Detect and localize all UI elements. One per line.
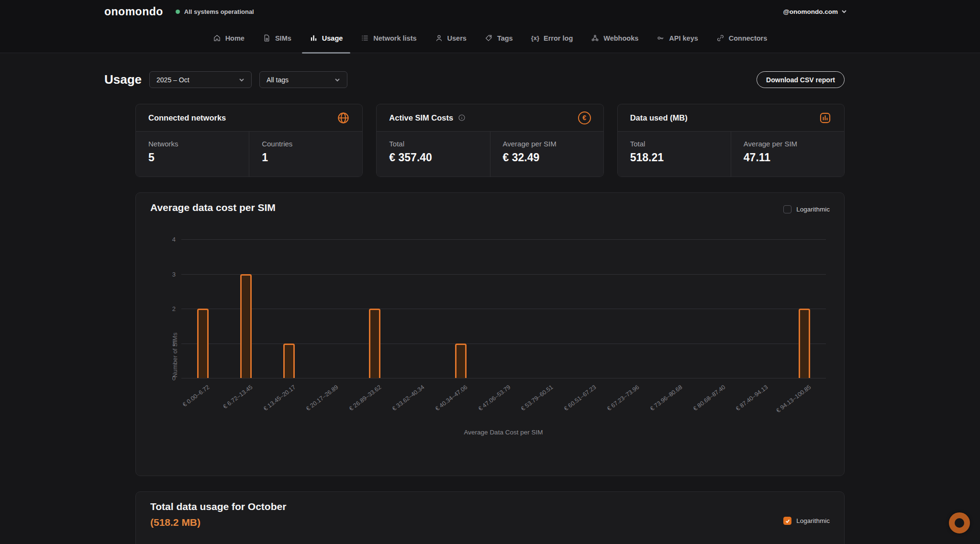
x-tick-label: € 67.23–73.96	[606, 384, 640, 412]
card-body: Networks 5 Countries 1	[136, 132, 362, 177]
bar-€ 40.34–47.06	[455, 344, 467, 378]
stat-label: Total	[389, 140, 477, 148]
account-menu[interactable]: @onomondo.com	[783, 8, 847, 15]
tag-icon	[485, 34, 493, 42]
chart-title: Average data cost per SIM	[150, 202, 276, 213]
y-tick-label: 3	[158, 270, 176, 278]
tags-select[interactable]: All tags	[259, 71, 347, 88]
x-tick-label: € 80.68–87.40	[692, 384, 726, 412]
bar-€ 0.00–6.72	[197, 309, 209, 378]
nav-tab-error-log[interactable]: {x} Error log	[523, 23, 581, 53]
gridline-y-2	[181, 309, 826, 309]
nav-label: Connectors	[729, 34, 768, 42]
bar-€ 26.89–33.62	[369, 309, 380, 378]
stat-value: 518.21	[630, 151, 718, 164]
chevron-down-icon	[841, 9, 847, 14]
card-title: Connected networks	[148, 113, 226, 122]
y-tick-label: 2	[158, 305, 176, 312]
onomondo-logo: onomondo	[104, 5, 163, 18]
nav-tab-connectors[interactable]: Connectors	[709, 23, 775, 53]
stat-label: Networks	[148, 140, 236, 148]
webhook-icon	[591, 34, 599, 42]
list-icon	[361, 34, 369, 42]
stat-cell-countries: Countries 1	[249, 132, 362, 177]
bar-€ 13.45–20.17	[283, 344, 295, 378]
stats-row: Connected networks Networks 5 Countries …	[135, 104, 845, 177]
account-email: @onomondo.com	[783, 8, 838, 15]
x-tick-label: € 13.45–20.17	[262, 384, 297, 412]
x-tick-label: € 26.89–33.62	[348, 384, 382, 412]
download-csv-button[interactable]: Download CSV report	[757, 71, 845, 88]
chevron-down-icon	[334, 77, 340, 83]
nav-tab-sims[interactable]: SIMs	[255, 23, 299, 53]
card-body: Total € 357.40 Average per SIM € 32.49	[377, 132, 603, 177]
stat-label: Average per SIM	[503, 140, 591, 148]
nav-tab-users[interactable]: Users	[427, 23, 474, 53]
user-icon	[435, 34, 443, 42]
info-icon[interactable]	[458, 114, 466, 122]
top-bar: onomondo All systems operational @onomon…	[0, 0, 980, 23]
nav-label: Home	[225, 34, 245, 42]
card-body: Total 518.21 Average per SIM 47.11	[618, 132, 844, 177]
connected-networks-card: Connected networks Networks 5 Countries …	[135, 104, 363, 177]
logarithmic-checkbox[interactable]	[783, 205, 791, 213]
x-axis-title: Average Data Cost per SIM	[464, 429, 543, 436]
x-tick-label: € 73.96–80.68	[649, 384, 683, 412]
stat-value: 47.11	[744, 151, 832, 164]
stat-value: € 32.49	[503, 151, 591, 164]
card-title: Data used (MB)	[630, 113, 688, 122]
nav-label: Webhooks	[603, 34, 638, 42]
bottom-card-title: Total data usage for October	[150, 501, 830, 512]
nav-tab-webhooks[interactable]: Webhooks	[583, 23, 646, 53]
nav-label: Usage	[322, 34, 343, 42]
x-tick-label: € 40.34–47.06	[434, 384, 468, 412]
logarithmic-toggle[interactable]: Logarithmic	[783, 517, 830, 525]
card-title: Active SIM Costs	[389, 113, 453, 122]
y-tick-label: 4	[158, 236, 176, 243]
nav-list: Home SIMs Usage Network lists Users Tags…	[205, 23, 775, 53]
stat-label: Average per SIM	[744, 140, 832, 148]
page-title: Usage	[104, 72, 142, 87]
active-sim-costs-card: Active SIM Costs € Total € 357.40 Averag…	[376, 104, 603, 177]
bar-€ 94.13–100.85	[799, 309, 810, 378]
logarithmic-label: Logarithmic	[796, 206, 830, 213]
stat-label: Countries	[262, 140, 350, 148]
stat-cell-average-data: Average per SIM 47.11	[731, 132, 844, 177]
check-icon	[785, 518, 791, 524]
gridline-y-1	[181, 344, 826, 344]
nav-tab-network-lists[interactable]: Network lists	[353, 23, 424, 53]
euro-glyph: €	[582, 114, 586, 122]
key-icon	[657, 34, 665, 42]
stat-cell-total-data: Total 518.21	[618, 132, 731, 177]
nav-tab-usage[interactable]: Usage	[302, 23, 351, 53]
status-label: All systems operational	[184, 8, 254, 15]
stat-cell-average-cost: Average per SIM € 32.49	[490, 132, 603, 177]
logarithmic-checkbox[interactable]	[783, 517, 791, 525]
x-tick-label: € 94.13–100.85	[775, 384, 813, 414]
link-icon	[716, 34, 724, 42]
main-content: Usage 2025 – Oct All tags Download CSV r…	[0, 53, 980, 544]
stat-cell-total-cost: Total € 357.40	[377, 132, 490, 177]
gridline-y-0	[181, 378, 826, 378]
period-select[interactable]: 2025 – Oct	[149, 71, 252, 88]
y-tick-label: 0	[158, 375, 176, 382]
x-tick-label: € 60.51–67.23	[563, 384, 597, 412]
logarithmic-label: Logarithmic	[796, 517, 830, 524]
bar-€ 6.72–13.45	[240, 274, 252, 378]
error-log-icon: {x}	[531, 34, 539, 42]
nav-tab-tags[interactable]: Tags	[477, 23, 521, 53]
bar-chart-icon	[310, 34, 318, 42]
chat-widget-button[interactable]	[949, 512, 970, 533]
x-tick-label: € 20.17–26.89	[305, 384, 339, 412]
total-data-usage-card: Total data usage for October (518.2 MB) …	[135, 491, 845, 544]
nav-label: Error log	[544, 34, 573, 42]
nav-tab-api-keys[interactable]: API keys	[649, 23, 705, 53]
logarithmic-toggle[interactable]: Logarithmic	[783, 205, 830, 213]
period-select-value: 2025 – Oct	[156, 76, 189, 84]
main-nav: Home SIMs Usage Network lists Users Tags…	[0, 23, 980, 53]
x-tick-label: € 6.72–13.45	[222, 384, 254, 410]
nav-tab-home[interactable]: Home	[205, 23, 252, 53]
x-tick-label: € 87.40–94.13	[735, 384, 769, 412]
nav-label: SIMs	[275, 34, 291, 42]
card-header: Active SIM Costs €	[377, 104, 603, 132]
